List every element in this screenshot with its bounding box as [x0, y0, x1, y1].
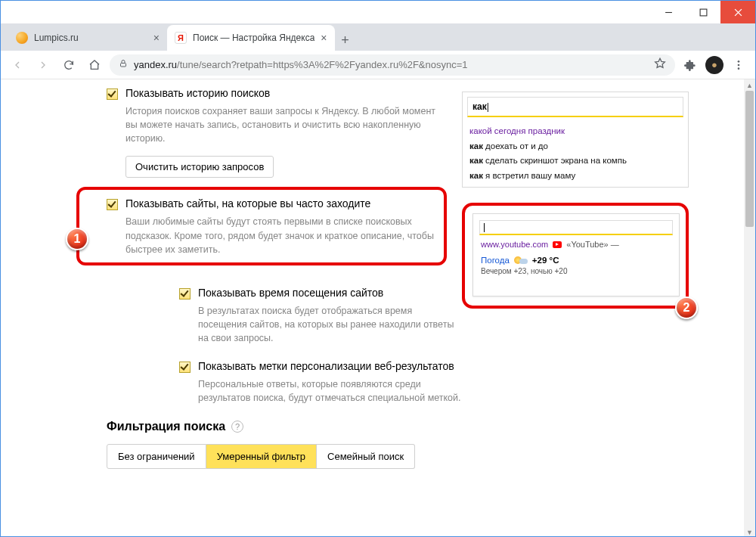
preview-site-row: www.youtube.com «YouTube» —	[473, 240, 679, 249]
preview-frequent-sites-wrap: www.youtube.com «YouTube» — Погода +29 °…	[462, 203, 689, 309]
svg-point-4	[738, 67, 740, 70]
svg-rect-0	[700, 9, 707, 16]
preview-weather-row: Погода +29 °C	[473, 249, 679, 267]
setting-description: В результатах поиска будет отображаться …	[198, 304, 462, 345]
filter-option-none[interactable]: Без ограничений	[107, 444, 206, 469]
weather-icon	[514, 255, 528, 265]
favicon-icon: Я	[175, 32, 187, 44]
filter-option-moderate[interactable]: Умеренный фильтр	[206, 444, 317, 469]
preview-suggest-list: какой сегодня праздник как доехать от и …	[463, 122, 688, 187]
checkbox[interactable]	[107, 199, 118, 210]
annotation-marker-2: 2	[675, 296, 698, 319]
setting-title: Показывать сайты, на которые вы часто за…	[125, 197, 370, 210]
browser-tab-active[interactable]: Я Поиск — Настройка Яндекса ×	[167, 25, 335, 51]
window-close-button[interactable]	[720, 1, 755, 23]
checkbox[interactable]	[179, 288, 191, 300]
tab-title: Поиск — Настройка Яндекса	[193, 33, 314, 43]
preview-weather-sub: Вечером +23, ночью +20	[473, 267, 679, 280]
filter-segmented-control: Без ограничений Умеренный фильтр Семейны…	[107, 444, 462, 469]
setting-title: Показывать метки персонализации веб-резу…	[198, 360, 454, 372]
preview-search-input: как|	[467, 97, 683, 117]
window-maximize-button[interactable]	[686, 1, 720, 23]
vertical-scrollbar[interactable]: ▲ ▼	[744, 79, 755, 537]
setting-show-visit-time: Показывать время посещения сайтов В резу…	[107, 287, 462, 345]
setting-show-history: Показывать историю поисков История поиск…	[107, 87, 462, 178]
browser-tab-inactive[interactable]: Lumpics.ru ×	[8, 25, 167, 51]
tab-close-icon[interactable]: ×	[153, 33, 160, 43]
setting-show-personalization-labels: Показывать метки персонализации веб-резу…	[107, 360, 462, 405]
page-content: Показывать историю поисков История поиск…	[1, 79, 755, 537]
nav-forward-button[interactable]	[33, 54, 54, 76]
setting-description: История поисков сохраняет ваши запросы к…	[125, 104, 443, 145]
suggest-row: как доехать от и до	[469, 139, 682, 154]
checkbox[interactable]	[107, 88, 118, 100]
filter-section-heading: Фильтрация поиска ?	[107, 420, 462, 433]
address-bar[interactable]: yandex.ru/tune/search?retpath=https%3A%2…	[110, 54, 675, 76]
setting-show-frequent-sites: 1 Показывать сайты, на которые вы часто …	[107, 197, 462, 256]
suggest-row: как сделать скриншот экрана на компь	[469, 154, 682, 169]
extensions-button[interactable]	[680, 54, 701, 76]
favicon-icon	[16, 32, 28, 44]
suggest-row: как я встретил вашу маму	[469, 169, 682, 184]
suggest-row: какой сегодня праздник	[469, 124, 682, 139]
star-icon[interactable]	[654, 57, 666, 72]
preview-search-input	[479, 220, 673, 235]
tab-title: Lumpics.ru	[34, 33, 147, 43]
nav-back-button[interactable]	[7, 54, 28, 76]
youtube-icon	[553, 241, 562, 248]
clear-history-button[interactable]: Очистить историю запросов	[125, 156, 274, 178]
setting-title: Показывать историю поисков	[125, 87, 270, 99]
scroll-down-button[interactable]: ▼	[744, 526, 755, 537]
new-tab-button[interactable]: +	[335, 29, 356, 51]
lock-icon	[119, 58, 128, 71]
checkbox[interactable]	[179, 362, 191, 373]
scroll-up-button[interactable]: ▲	[744, 79, 755, 91]
app-window: Lumpics.ru × Я Поиск — Настройка Яндекса…	[0, 0, 756, 537]
help-icon[interactable]: ?	[231, 421, 243, 433]
svg-rect-1	[121, 64, 126, 67]
preview-search-suggest: как| какой сегодня праздник как доехать …	[462, 92, 689, 188]
tab-close-icon[interactable]: ×	[321, 33, 327, 43]
url-text: yandex.ru/tune/search?retpath=https%3A%2…	[134, 59, 648, 70]
browser-tabstrip: Lumpics.ru × Я Поиск — Настройка Яндекса…	[1, 23, 755, 51]
svg-point-2	[738, 61, 740, 63]
profile-avatar[interactable]: ●	[705, 56, 723, 74]
setting-title: Показывать время посещения сайтов	[198, 287, 383, 299]
filter-option-family[interactable]: Семейный поиск	[317, 444, 415, 469]
browser-toolbar: yandex.ru/tune/search?retpath=https%3A%2…	[1, 51, 755, 79]
window-titlebar	[1, 1, 755, 23]
preview-frequent-sites: www.youtube.com «YouTube» — Погода +29 °…	[472, 213, 680, 296]
svg-point-3	[738, 64, 740, 66]
window-minimize-button[interactable]	[651, 1, 686, 23]
setting-description: Ваши любимые сайты будут стоять первыми …	[125, 215, 443, 256]
setting-description: Персональные ответы, которые появляются …	[198, 377, 462, 405]
browser-menu-button[interactable]	[728, 54, 749, 76]
nav-reload-button[interactable]	[58, 54, 79, 76]
scroll-thumb[interactable]	[745, 91, 754, 227]
nav-home-button[interactable]	[84, 54, 105, 76]
